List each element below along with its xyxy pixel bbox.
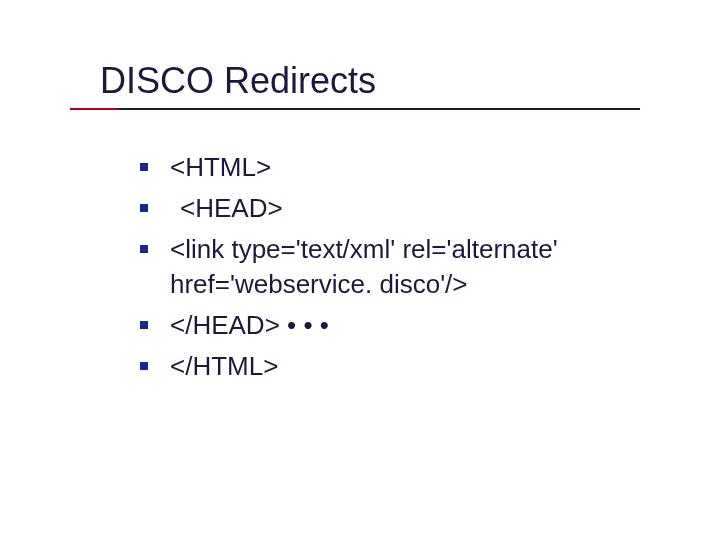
list-item: <link type='text/xml' rel='alternate' hr… [140,232,620,302]
bullet-icon [140,245,148,253]
list-item-text: <HEAD> [170,191,283,226]
bullet-icon [140,204,148,212]
title-accent [70,108,118,110]
bullet-icon [140,362,148,370]
title-underline [70,108,640,110]
list-item: </HEAD> • • • [140,308,620,343]
list-item-text: </HEAD> • • • [170,308,329,343]
list-item: <HTML> [140,150,620,185]
list-item: </HTML> [140,349,620,384]
list-item: <HEAD> [140,191,620,226]
list-item-text: <link type='text/xml' rel='alternate' hr… [170,232,620,302]
list-item-text: <HTML> [170,150,271,185]
slide-title: DISCO Redirects [100,60,620,110]
bullet-icon [140,321,148,329]
bullet-list: <HTML> <HEAD> <link type='text/xml' rel=… [100,150,620,385]
list-item-text: </HTML> [170,349,278,384]
title-container: DISCO Redirects [100,60,620,110]
bullet-icon [140,163,148,171]
